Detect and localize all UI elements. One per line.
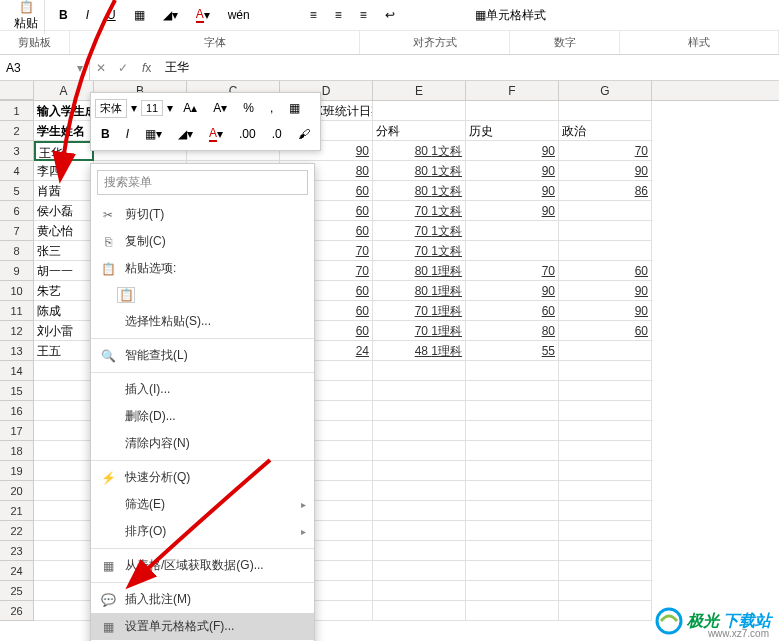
row-header[interactable]: 11	[0, 301, 34, 321]
cell[interactable]: 70 1文科	[373, 241, 466, 261]
cell[interactable]: 70 1理科	[373, 321, 466, 341]
mini-format-painter[interactable]: 🖌	[292, 123, 316, 145]
row-header[interactable]: 21	[0, 501, 34, 521]
cell[interactable]	[373, 601, 466, 621]
col-header-e[interactable]: E	[373, 81, 466, 100]
name-box[interactable]: A3 ▾	[0, 55, 90, 80]
cell[interactable]	[34, 581, 94, 601]
row-header[interactable]: 17	[0, 421, 34, 441]
cell[interactable]: 55	[466, 341, 559, 361]
cell[interactable]	[34, 481, 94, 501]
row-header[interactable]: 8	[0, 241, 34, 261]
cell[interactable]	[373, 481, 466, 501]
cell[interactable]	[373, 381, 466, 401]
row-header[interactable]: 9	[0, 261, 34, 281]
mini-dec-dec[interactable]: .0	[266, 123, 288, 145]
mini-dec-inc[interactable]: .00	[233, 123, 262, 145]
cell[interactable]	[466, 421, 559, 441]
cell[interactable]: 输入学生成	[34, 101, 94, 121]
align-top-button[interactable]: ≡	[304, 4, 323, 26]
col-header-g[interactable]: G	[559, 81, 652, 100]
cell[interactable]	[466, 401, 559, 421]
cell[interactable]	[34, 541, 94, 561]
cell[interactable]	[34, 441, 94, 461]
cell[interactable]	[466, 441, 559, 461]
cell[interactable]	[559, 201, 652, 221]
cell[interactable]	[373, 461, 466, 481]
cell[interactable]: 60	[559, 261, 652, 281]
cell[interactable]: 70 1理科	[373, 301, 466, 321]
cell[interactable]	[466, 581, 559, 601]
cell[interactable]	[466, 481, 559, 501]
mini-fill[interactable]: ◢▾	[172, 123, 199, 145]
cell[interactable]	[466, 241, 559, 261]
paste-button[interactable]: 📋 粘贴	[8, 0, 45, 34]
cell[interactable]	[559, 601, 652, 621]
cell[interactable]: 陈成	[34, 301, 94, 321]
row-header[interactable]: 3	[0, 141, 34, 161]
mini-merge[interactable]: ▦	[283, 97, 306, 119]
row-header[interactable]: 26	[0, 601, 34, 621]
align-bottom-button[interactable]: ≡	[354, 4, 373, 26]
row-header[interactable]: 4	[0, 161, 34, 181]
cell[interactable]	[559, 221, 652, 241]
cell[interactable]: 侯小磊	[34, 201, 94, 221]
mini-border[interactable]: ▦▾	[139, 123, 168, 145]
cell[interactable]	[34, 501, 94, 521]
cell[interactable]	[34, 561, 94, 581]
cell[interactable]	[373, 421, 466, 441]
cell[interactable]: 86	[559, 181, 652, 201]
cell[interactable]	[559, 481, 652, 501]
cell[interactable]	[559, 501, 652, 521]
row-header[interactable]: 5	[0, 181, 34, 201]
bold-button[interactable]: B	[53, 4, 74, 26]
cell[interactable]	[373, 101, 466, 121]
select-all-corner[interactable]	[0, 81, 34, 100]
cell[interactable]: 90	[559, 301, 652, 321]
wrap-button[interactable]: ↩	[379, 4, 401, 26]
cell[interactable]: 80 1文科	[373, 181, 466, 201]
mini-comma[interactable]: ,	[264, 97, 279, 119]
cell[interactable]	[466, 101, 559, 121]
ctx-copy[interactable]: ⎘复制(C)	[91, 228, 314, 255]
col-header-f[interactable]: F	[466, 81, 559, 100]
cell[interactable]	[559, 461, 652, 481]
cell[interactable]: 90	[559, 161, 652, 181]
row-header[interactable]: 24	[0, 561, 34, 581]
row-header[interactable]: 6	[0, 201, 34, 221]
cell[interactable]	[559, 441, 652, 461]
border-button[interactable]: ▦	[128, 4, 151, 26]
mini-italic[interactable]: I	[120, 123, 135, 145]
mini-font-select[interactable]: 宋体	[95, 99, 127, 118]
cell[interactable]: 王华	[34, 141, 94, 161]
row-header[interactable]: 25	[0, 581, 34, 601]
cell[interactable]	[373, 401, 466, 421]
cell[interactable]: 80 1文科	[373, 161, 466, 181]
cell[interactable]: 胡一一	[34, 261, 94, 281]
cell[interactable]	[466, 521, 559, 541]
cell[interactable]	[466, 221, 559, 241]
ctx-search-input[interactable]: 搜索菜单	[97, 170, 308, 195]
mini-shrink-font[interactable]: A▾	[207, 97, 233, 119]
cell[interactable]: 王五	[34, 341, 94, 361]
cell[interactable]: 学生姓名	[34, 121, 94, 141]
cell[interactable]	[466, 601, 559, 621]
pinyin-button[interactable]: wén	[222, 4, 256, 26]
cell-style-button[interactable]: ▦ 单元格样式	[469, 3, 552, 28]
cell[interactable]: 80	[466, 321, 559, 341]
cell[interactable]: 李四	[34, 161, 94, 181]
row-header[interactable]: 7	[0, 221, 34, 241]
row-header[interactable]: 10	[0, 281, 34, 301]
cell[interactable]	[373, 361, 466, 381]
cell[interactable]: 政治	[559, 121, 652, 141]
row-header[interactable]: 12	[0, 321, 34, 341]
fill-color-button[interactable]: ◢▾	[157, 4, 184, 26]
italic-button[interactable]: I	[80, 4, 95, 26]
cell[interactable]	[373, 501, 466, 521]
cell[interactable]	[559, 341, 652, 361]
cell[interactable]	[34, 601, 94, 621]
cell[interactable]	[559, 581, 652, 601]
row-header[interactable]: 18	[0, 441, 34, 461]
col-header-a[interactable]: A	[34, 81, 94, 100]
mini-percent[interactable]: %	[237, 97, 260, 119]
